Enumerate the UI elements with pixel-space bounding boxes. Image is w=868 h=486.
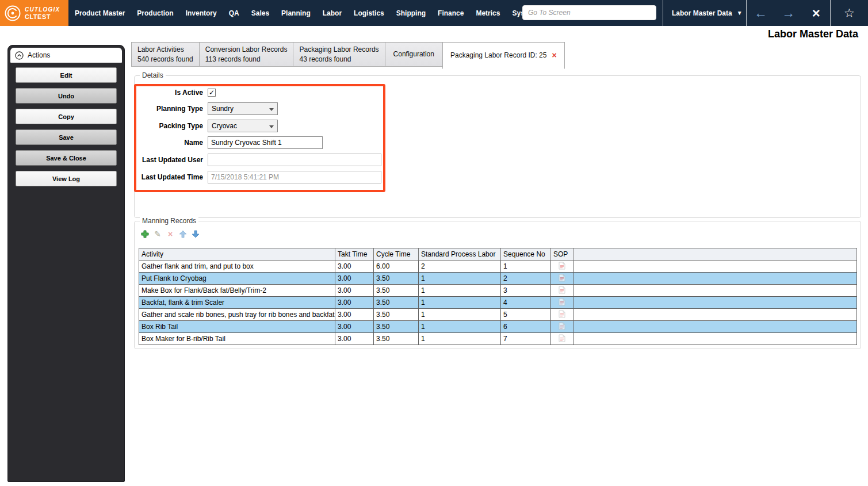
save-close-button[interactable]: Save & Close xyxy=(16,150,117,166)
actions-panel-header[interactable]: Actions xyxy=(10,48,122,63)
cell-activity: Backfat, flank & trim Scaler xyxy=(139,297,335,309)
tab-label: Packaging Labor Records xyxy=(299,45,378,55)
planning-type-row: Planning Type Sundry xyxy=(137,102,278,116)
manning-row[interactable]: Make Box for Flank/Back fat/Belly/Trim-2… xyxy=(139,285,857,297)
back-button[interactable]: ← xyxy=(747,0,774,26)
last-updated-user-input xyxy=(208,154,381,166)
cutlogix-logo-icon xyxy=(4,5,21,22)
cell-cycle-time: 3.50 xyxy=(374,321,419,333)
is-active-checkbox[interactable]: ✓ xyxy=(208,89,216,97)
delete-row-button[interactable]: × xyxy=(166,229,175,239)
menu-metrics[interactable]: Metrics xyxy=(474,8,502,18)
manning-row[interactable]: Box Rib Tail 3.00 3.50 1 6 xyxy=(139,321,857,333)
col-activity[interactable]: Activity xyxy=(139,248,335,261)
menu-production[interactable]: Production xyxy=(135,8,175,18)
edit-row-button[interactable]: ✎ xyxy=(153,229,162,239)
close-screen-button[interactable]: × xyxy=(802,0,830,26)
cell-sop xyxy=(551,309,573,321)
manning-row[interactable]: Put Flank to Cryobag 3.00 3.50 1 2 xyxy=(139,273,857,285)
sop-pdf-icon[interactable] xyxy=(559,310,565,320)
check-icon: ✓ xyxy=(209,89,215,96)
move-up-button[interactable] xyxy=(178,229,188,239)
name-input[interactable] xyxy=(208,136,323,149)
forward-button[interactable]: → xyxy=(774,0,802,26)
cell-sop xyxy=(551,261,573,273)
menu-labor[interactable]: Labor xyxy=(321,8,343,18)
manning-records-groupbox: Manning Records ✎ × xyxy=(134,221,861,349)
tab-record-count: 540 records found xyxy=(137,55,193,64)
add-row-button[interactable] xyxy=(140,229,150,239)
view-log-button[interactable]: View Log xyxy=(16,171,117,186)
sop-pdf-icon[interactable] xyxy=(559,262,565,271)
manning-row[interactable]: Gather flank and trim, and put to box 3.… xyxy=(139,261,857,273)
cell-filler xyxy=(573,333,857,345)
move-down-button[interactable] xyxy=(191,229,200,239)
app-logo[interactable]: CUTLOGIX CLTEST xyxy=(0,0,68,26)
menu-sales[interactable]: Sales xyxy=(250,8,271,18)
menu-inventory[interactable]: Inventory xyxy=(184,8,219,18)
chevron-down-icon xyxy=(269,125,274,128)
cell-sop xyxy=(551,285,573,297)
tab-configuration[interactable]: Configuration xyxy=(385,42,443,67)
cell-takt-time: 3.00 xyxy=(335,333,374,345)
undo-button[interactable]: Undo xyxy=(16,88,117,104)
chevron-up-circle-icon xyxy=(15,51,24,60)
manning-row[interactable]: Box Maker for B-rib/Rib Tail 3.00 3.50 1… xyxy=(139,333,857,345)
cell-sop xyxy=(551,297,573,309)
cell-standard-process-labor: 1 xyxy=(419,333,501,345)
tab-label: Packaging Labor Record ID: 25 xyxy=(450,51,546,60)
planning-type-label: Planning Type xyxy=(137,105,208,113)
go-to-screen-input[interactable] xyxy=(522,5,656,20)
cell-takt-time: 3.00 xyxy=(335,261,374,273)
planning-type-value: Sundry xyxy=(212,105,234,113)
menu-product-master[interactable]: Product Master xyxy=(73,8,127,18)
cell-activity: Gather and scale rib bones, push tray fo… xyxy=(139,309,335,321)
packing-type-dropdown[interactable]: Cryovac xyxy=(208,120,278,132)
planning-type-dropdown[interactable]: Sundry xyxy=(208,102,278,115)
tab-packaging-labor-records[interactable]: Packaging Labor Records 43 records found xyxy=(293,42,385,67)
cell-sequence-no: 3 xyxy=(501,285,551,297)
sop-pdf-icon[interactable] xyxy=(559,298,565,308)
col-cycle-time[interactable]: Cycle Time xyxy=(374,248,419,261)
cell-standard-process-labor: 1 xyxy=(419,309,501,321)
tab-close-icon[interactable]: × xyxy=(552,51,556,60)
sop-pdf-icon[interactable] xyxy=(559,334,565,344)
navigation-buttons: ← → × xyxy=(747,0,830,26)
topbar-divider xyxy=(663,0,663,26)
cell-takt-time: 3.00 xyxy=(335,297,374,309)
menu-finance[interactable]: Finance xyxy=(436,8,465,18)
favorite-button[interactable]: ☆ xyxy=(831,0,868,26)
tab-labor-activities[interactable]: Labor Activities 540 records found xyxy=(131,42,200,67)
tab-record-count: 43 records found xyxy=(299,55,378,64)
last-updated-user-label: Last Updated User xyxy=(137,156,208,164)
is-active-row: Is Active ✓ xyxy=(137,86,216,100)
actions-panel-title: Actions xyxy=(28,51,50,59)
sop-pdf-icon[interactable] xyxy=(559,274,565,284)
col-takt-time[interactable]: Takt Time xyxy=(335,248,374,261)
page-title: Labor Master Data xyxy=(768,28,858,40)
col-sequence-no[interactable]: Sequence No xyxy=(501,248,551,261)
copy-button[interactable]: Copy xyxy=(16,109,117,124)
sop-pdf-icon[interactable] xyxy=(559,286,565,296)
col-sop[interactable]: SOP xyxy=(551,248,573,261)
cell-cycle-time: 3.50 xyxy=(374,297,419,309)
col-standard-process-labor[interactable]: Standard Process Labor xyxy=(419,248,501,261)
menu-logistics[interactable]: Logistics xyxy=(352,8,386,18)
tab-conversion-labor-records[interactable]: Conversion Labor Records 113 records fou… xyxy=(199,42,294,67)
cell-sequence-no: 6 xyxy=(501,321,551,333)
details-groupbox: Details Is Active ✓ Planning Type Sundry… xyxy=(134,75,861,218)
packing-type-value: Cryovac xyxy=(212,122,237,130)
sop-pdf-icon[interactable] xyxy=(559,322,565,332)
screen-selector[interactable]: Labor Master Data ▼ xyxy=(665,0,744,26)
tab-packaging-labor-record-25[interactable]: Packaging Labor Record ID: 25 × xyxy=(442,42,565,69)
brand-name: CUTLOGIX xyxy=(25,6,60,13)
menu-shipping[interactable]: Shipping xyxy=(395,8,427,18)
edit-button[interactable]: Edit xyxy=(16,67,117,83)
menu-qa[interactable]: QA xyxy=(227,8,241,18)
manning-row[interactable]: Backfat, flank & trim Scaler 3.00 3.50 1… xyxy=(139,297,857,309)
save-button[interactable]: Save xyxy=(16,129,117,145)
menu-planning[interactable]: Planning xyxy=(280,8,312,18)
chevron-down-icon: ▼ xyxy=(737,10,743,16)
manning-records-grid: Activity Takt Time Cycle Time Standard P… xyxy=(139,248,857,345)
manning-row[interactable]: Gather and scale rib bones, push tray fo… xyxy=(139,309,857,321)
